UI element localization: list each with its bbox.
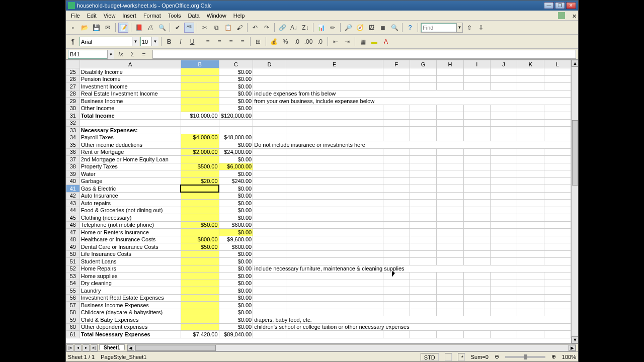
cell[interactable]: $0.00 xyxy=(219,265,253,273)
cell[interactable] xyxy=(383,280,410,287)
cell[interactable] xyxy=(437,148,463,156)
table-row[interactable]: 56Investment Real Estate Expenses$0.00 xyxy=(66,294,571,302)
row-header[interactable]: 41 xyxy=(66,185,80,193)
cell[interactable]: Clothing (necessary) xyxy=(79,214,181,222)
cell[interactable] xyxy=(286,75,383,83)
cell[interactable] xyxy=(383,250,410,258)
cell[interactable] xyxy=(517,170,544,178)
cell[interactable] xyxy=(517,280,544,287)
cell[interactable] xyxy=(383,148,410,156)
cell[interactable]: $50.00 xyxy=(181,243,219,251)
table-row[interactable]: 49Dental Care or Insurance Costs$50.00$6… xyxy=(66,243,571,251)
cell[interactable] xyxy=(181,156,219,163)
cell[interactable] xyxy=(286,236,383,243)
cell[interactable] xyxy=(437,127,463,134)
cell[interactable] xyxy=(181,280,219,287)
row-header[interactable]: 50 xyxy=(66,250,80,258)
cell[interactable] xyxy=(383,68,410,76)
cell[interactable] xyxy=(463,156,490,163)
align-center-icon[interactable]: ≡ xyxy=(214,37,224,47)
cell[interactable] xyxy=(286,185,383,193)
font-size-dropdown[interactable]: ▼ xyxy=(151,37,158,46)
cell[interactable]: $7,420.00 xyxy=(181,331,219,338)
cell[interactable] xyxy=(544,258,571,265)
cell[interactable] xyxy=(544,280,571,287)
cell[interactable] xyxy=(410,207,436,214)
cell[interactable] xyxy=(490,250,517,258)
cell[interactable]: $0.00 xyxy=(219,316,253,324)
email-icon[interactable]: ✉ xyxy=(103,23,113,33)
row-header[interactable]: 46 xyxy=(66,221,80,229)
sort-desc-icon[interactable]: Z↓ xyxy=(300,23,310,33)
cell[interactable] xyxy=(181,273,219,280)
status-insert[interactable] xyxy=(445,353,452,361)
cell[interactable] xyxy=(437,287,463,295)
tab-next-icon[interactable]: ▸ xyxy=(83,344,90,351)
cell[interactable] xyxy=(490,177,517,185)
cell[interactable] xyxy=(490,134,517,141)
table-row[interactable]: 46Telephone (not mobile phone)$50.00$600… xyxy=(66,221,571,229)
cell[interactable] xyxy=(383,236,410,243)
cell[interactable] xyxy=(437,331,463,338)
spellcheck-icon[interactable]: ✔ xyxy=(173,23,183,33)
cell[interactable]: Dental Care or Insurance Costs xyxy=(79,243,181,251)
cell[interactable] xyxy=(490,83,517,90)
table-row[interactable]: 27Investment Income$0.00 xyxy=(66,83,571,90)
table-row[interactable]: 33Necessary Expenses: xyxy=(66,127,571,134)
styles-icon[interactable]: ¶ xyxy=(68,37,78,47)
cell[interactable] xyxy=(463,170,490,178)
cell[interactable] xyxy=(181,200,219,207)
redo-icon[interactable]: ↷ xyxy=(262,23,272,33)
cell[interactable] xyxy=(253,68,286,76)
cell[interactable] xyxy=(410,200,436,207)
cell[interactable] xyxy=(253,294,286,302)
cell[interactable] xyxy=(253,243,286,251)
cell[interactable] xyxy=(517,68,544,76)
cell[interactable] xyxy=(490,331,517,338)
cell[interactable] xyxy=(517,309,544,316)
cell[interactable] xyxy=(517,192,544,200)
zoom-in-icon[interactable]: ⊕ xyxy=(551,353,556,360)
cell[interactable] xyxy=(490,229,517,236)
cell[interactable] xyxy=(253,273,286,280)
cell[interactable] xyxy=(383,258,410,265)
cell[interactable] xyxy=(383,273,410,280)
cell[interactable] xyxy=(253,200,286,207)
table-row[interactable]: 26Pension Income$0.00 xyxy=(66,75,571,83)
cell[interactable] xyxy=(181,185,219,193)
cell[interactable]: Home Repairs xyxy=(79,265,181,273)
cell[interactable] xyxy=(181,302,219,309)
cell[interactable] xyxy=(253,236,286,243)
cell[interactable] xyxy=(253,287,286,295)
cell[interactable] xyxy=(517,214,544,222)
decrease-indent-icon[interactable]: ⇤ xyxy=(331,37,341,47)
sort-asc-icon[interactable]: A↓ xyxy=(289,23,299,33)
paintbrush-icon[interactable]: 🖌 xyxy=(234,23,245,33)
col-header[interactable]: I xyxy=(463,60,490,68)
cell[interactable] xyxy=(181,229,219,236)
menu-insert[interactable]: Insert xyxy=(119,12,139,20)
cell[interactable] xyxy=(410,119,436,127)
cell[interactable] xyxy=(383,287,410,295)
table-row[interactable]: 55Laundry$0.00 xyxy=(66,287,571,295)
cell[interactable] xyxy=(463,273,490,280)
cell[interactable] xyxy=(463,83,490,90)
cell[interactable] xyxy=(410,177,436,185)
cell[interactable] xyxy=(181,294,219,302)
table-row[interactable]: 54Dry cleaning$0.00 xyxy=(66,280,571,287)
row-header[interactable]: 57 xyxy=(66,302,80,309)
cell[interactable]: Pension Income xyxy=(79,75,181,83)
cell[interactable] xyxy=(286,258,383,265)
cell[interactable] xyxy=(437,112,463,120)
cell[interactable] xyxy=(544,236,571,243)
formula-input[interactable] xyxy=(152,50,576,59)
cell[interactable] xyxy=(490,302,517,309)
cell[interactable] xyxy=(437,258,463,265)
cell[interactable] xyxy=(181,192,219,200)
cell[interactable]: Garbage xyxy=(79,177,181,185)
cell[interactable] xyxy=(253,258,286,265)
cell[interactable]: Life Insurance Costs xyxy=(79,250,181,258)
sheet-tab[interactable]: Sheet1 xyxy=(99,344,125,350)
cell[interactable] xyxy=(410,105,436,112)
tab-prev-icon[interactable]: ◂ xyxy=(74,344,82,351)
